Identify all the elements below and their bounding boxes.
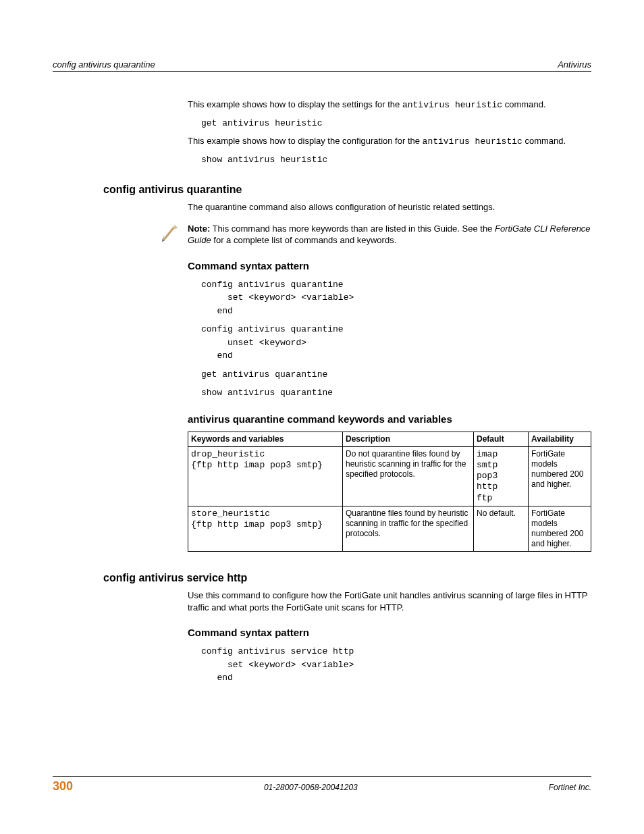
syntax-title-http: Command syntax pattern bbox=[188, 627, 591, 638]
syntax-line-4: show antivirus quarantine bbox=[201, 386, 591, 400]
http-intro: Use this command to configure how the Fo… bbox=[188, 590, 591, 613]
th-description: Description bbox=[343, 432, 474, 446]
running-header: config antivirus quarantine Antivirus bbox=[53, 59, 591, 72]
header-right: Antivirus bbox=[558, 59, 591, 70]
table-row: drop_heuristic {ftp http imap pop3 smtp}… bbox=[188, 446, 591, 506]
note-icon bbox=[161, 224, 180, 243]
cell-default: No default. bbox=[474, 506, 529, 551]
cell-availability: FortiGate models numbered 200 and higher… bbox=[529, 446, 591, 506]
cell-description: Quarantine files found by heuristic scan… bbox=[343, 506, 474, 551]
cell-description: Do not quarantine files found by heurist… bbox=[343, 446, 474, 506]
cell-keyword: store_heuristic {ftp http imap pop3 smtp… bbox=[188, 506, 343, 551]
th-default: Default bbox=[474, 432, 529, 446]
header-left: config antivirus quarantine bbox=[53, 59, 155, 70]
syntax-line-3: get antivirus quarantine bbox=[201, 368, 591, 382]
syntax-block-1: config antivirus quarantine set <keyword… bbox=[201, 278, 591, 318]
code-show-heuristic: show antivirus heuristic bbox=[201, 153, 591, 167]
th-availability: Availability bbox=[529, 432, 591, 446]
cell-availability: FortiGate models numbered 200 and higher… bbox=[529, 506, 591, 551]
cell-default: imap smtp pop3 http ftp bbox=[474, 446, 529, 506]
table-row: store_heuristic {ftp http imap pop3 smtp… bbox=[188, 506, 591, 551]
th-keywords: Keywords and variables bbox=[188, 432, 343, 446]
intro-para-2: This example shows how to display the co… bbox=[188, 135, 591, 148]
section-title-quarantine: config antivirus quarantine bbox=[103, 184, 591, 196]
syntax-block-2: config antivirus quarantine unset <keywo… bbox=[201, 323, 591, 363]
cell-keyword: drop_heuristic {ftp http imap pop3 smtp} bbox=[188, 446, 343, 506]
section-title-http: config antivirus service http bbox=[103, 572, 591, 584]
syntax-block-http: config antivirus service http set <keywo… bbox=[201, 645, 591, 685]
note-block: Note: This command has more keywords tha… bbox=[161, 223, 591, 246]
intro-para-1: This example shows how to display the se… bbox=[188, 99, 591, 111]
keywords-table: Keywords and variables Description Defau… bbox=[188, 432, 591, 552]
syntax-title-quarantine: Command syntax pattern bbox=[188, 260, 591, 271]
quarantine-intro: The quarantine command also allows confi… bbox=[188, 201, 591, 213]
note-text: Note: This command has more keywords tha… bbox=[188, 223, 591, 246]
company-name: Fortinet Inc. bbox=[549, 783, 591, 792]
code-get-heuristic: get antivirus heuristic bbox=[201, 117, 591, 130]
page-number: 300 bbox=[53, 779, 73, 793]
page-footer: 300 01-28007-0068-20041203 Fortinet Inc. bbox=[53, 776, 591, 793]
table-title: antivirus quarantine command keywords an… bbox=[188, 413, 591, 425]
table-header-row: Keywords and variables Description Defau… bbox=[188, 432, 591, 446]
doc-id: 01-28007-0068-20041203 bbox=[264, 783, 358, 792]
